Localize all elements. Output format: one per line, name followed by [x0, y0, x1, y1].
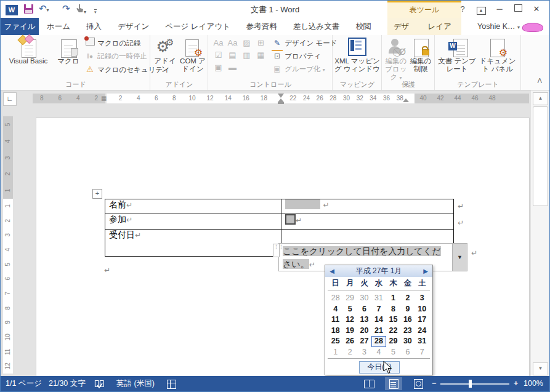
- record-macro-button[interactable]: マクロの記録: [84, 37, 140, 50]
- word-count-indicator[interactable]: 21/30 文字: [49, 376, 86, 391]
- ribbon-display-options-button[interactable]: ▲: [473, 3, 489, 15]
- cell-join-value[interactable]: ↵: [281, 214, 453, 230]
- dropdown-list-control-icon[interactable]: ▥: [240, 50, 254, 62]
- read-mode-button[interactable]: [360, 377, 378, 390]
- hruler-left-margin[interactable]: 8642: [33, 94, 105, 103]
- calendar-date[interactable]: 11: [328, 314, 342, 326]
- calendar-date[interactable]: 2: [400, 293, 415, 304]
- calendar-date[interactable]: 1: [328, 347, 342, 358]
- tab-file[interactable]: ファイル: [1, 18, 39, 35]
- document-template-button[interactable]: W 文書 テンプレート: [438, 36, 476, 73]
- cell-name-label[interactable]: 名前↵: [105, 199, 281, 214]
- vruler-text-area[interactable]: 123456789101112: [3, 199, 13, 374]
- group-button[interactable]: ▣ グループ化 ▾: [272, 63, 325, 76]
- design-mode-button[interactable]: ✎ デザイン モード: [272, 37, 338, 50]
- calendar-date[interactable]: 29: [386, 336, 400, 347]
- macros-button[interactable]: マクロ: [55, 36, 82, 65]
- ribbon-tab[interactable]: 参考資料: [238, 18, 285, 35]
- scrollbar-thumb[interactable]: [533, 106, 548, 206]
- properties-button[interactable]: ⊡ プロパティ: [272, 50, 321, 63]
- calendar-date[interactable]: 8: [386, 304, 400, 315]
- calendar-date[interactable]: 31: [371, 293, 386, 304]
- account-avatar[interactable]: [522, 23, 543, 32]
- calendar-date[interactable]: 7: [415, 347, 429, 358]
- calendar-date[interactable]: 7: [371, 304, 386, 315]
- proofing-status-icon[interactable]: [94, 379, 105, 392]
- zoom-level[interactable]: 100%: [524, 376, 543, 391]
- calendar-date[interactable]: 3: [415, 293, 429, 304]
- account-name[interactable]: Yoshie K… ▾: [477, 18, 520, 36]
- cell-date-label[interactable]: 受付日↵: [105, 230, 281, 257]
- calendar-date[interactable]: 30: [357, 293, 371, 304]
- macro-recording-icon[interactable]: [167, 379, 176, 392]
- page[interactable]: + 名前↵ ↵ 参加↵ ↵ 受付日↵ ↵ ↵ ↵ ↵: [36, 118, 530, 377]
- calendar-date[interactable]: 24: [415, 326, 429, 337]
- vertical-scrollbar[interactable]: ▲ ▼: [530, 90, 549, 377]
- calendar-date[interactable]: 5: [386, 347, 400, 358]
- calendar-date[interactable]: 27: [357, 336, 371, 347]
- visual-basic-button[interactable]: Visual Basic: [3, 36, 54, 65]
- vruler-top-margin[interactable]: 54321: [3, 116, 13, 199]
- addins-button[interactable]: ⚙⚙ アドイン: [152, 36, 178, 73]
- calendar-date[interactable]: 16: [400, 314, 415, 326]
- previous-month-button[interactable]: ◀: [326, 265, 338, 277]
- calendar-date[interactable]: 22: [386, 326, 400, 337]
- calendar-date[interactable]: 6: [400, 347, 415, 358]
- help-button[interactable]: ?: [455, 3, 471, 15]
- web-layout-button[interactable]: [410, 377, 427, 390]
- hruler-right-margin[interactable]: 4042444648: [415, 94, 529, 103]
- rich-text-control-icon[interactable]: Aa: [211, 38, 225, 50]
- block-authors-button[interactable]: ⃠Ø 編集の ブロック ▾: [384, 36, 408, 82]
- today-button[interactable]: 今日(T): [359, 361, 400, 374]
- picture-control-icon[interactable]: ▨: [240, 38, 254, 50]
- ribbon-tab[interactable]: ページ レイアウト: [157, 18, 238, 35]
- calendar-date[interactable]: 29: [342, 293, 357, 304]
- first-line-indent-marker[interactable]: [278, 94, 284, 98]
- calendar-date[interactable]: 26: [342, 336, 357, 347]
- maximize-button[interactable]: [510, 3, 526, 15]
- contextual-tab[interactable]: デザイン: [387, 18, 422, 35]
- calendar-date[interactable]: 9: [400, 304, 415, 315]
- ribbon-tab[interactable]: デザイン: [110, 18, 157, 35]
- calendar-date[interactable]: 12: [342, 314, 357, 326]
- table-move-handle[interactable]: +: [92, 189, 102, 199]
- plain-text-control-icon[interactable]: Aa: [225, 38, 240, 50]
- combo-box-control-icon[interactable]: ▤: [225, 50, 240, 62]
- calendar-date[interactable]: 18: [328, 326, 342, 337]
- hruler-text-area[interactable]: 24681012141618 222426283032343638: [107, 94, 415, 103]
- zoom-slider-track[interactable]: [440, 383, 509, 385]
- com-addins-button[interactable]: ⚙ COM アドイン: [179, 36, 206, 73]
- page-indicator[interactable]: 1/1 ページ: [6, 376, 42, 391]
- calendar-date[interactable]: 13: [357, 314, 371, 326]
- tab-stop-selector[interactable]: ∟: [3, 92, 17, 106]
- calendar-date[interactable]: 2: [342, 347, 357, 358]
- scroll-down-button[interactable]: ▼: [533, 362, 548, 375]
- calendar-date[interactable]: 25: [328, 336, 342, 347]
- ribbon-tab[interactable]: 校閲: [347, 18, 379, 35]
- pause-recording-button[interactable]: ‖● 記録の一時停止: [84, 50, 147, 63]
- calendar-date[interactable]: 20: [357, 326, 371, 337]
- text-content-control[interactable]: [285, 199, 320, 209]
- right-indent-marker[interactable]: [403, 98, 409, 102]
- document-panel-button[interactable]: ⚙ ドキュメント パネル: [477, 36, 518, 73]
- calendar-date[interactable]: 6: [357, 304, 371, 315]
- calendar-date[interactable]: 28: [371, 336, 386, 347]
- calendar-date[interactable]: 5: [342, 304, 357, 315]
- cell-join-label[interactable]: 参加↵: [105, 214, 281, 230]
- calendar-date[interactable]: 17: [415, 314, 429, 326]
- minimize-button[interactable]: ─: [491, 3, 508, 15]
- xml-mapping-pane-button[interactable]: XML マッピング ウィンドウ: [334, 36, 380, 73]
- calendar-date[interactable]: 28: [328, 293, 342, 304]
- ribbon-tab[interactable]: ホーム: [39, 18, 78, 35]
- building-block-gallery-control-icon[interactable]: ⊞: [254, 38, 268, 50]
- calendar-date[interactable]: 4: [328, 304, 342, 315]
- content-control-handle[interactable]: ⋮⋮: [273, 244, 280, 257]
- date-picker-dropdown-button[interactable]: ▼: [452, 244, 467, 271]
- calendar-date[interactable]: 4: [371, 347, 386, 358]
- legacy-tools-icon[interactable]: ▬: [225, 62, 240, 74]
- zoom-slider-thumb[interactable]: [469, 380, 472, 388]
- calendar-date[interactable]: 23: [400, 326, 415, 337]
- ribbon-tab[interactable]: 挿入: [78, 18, 110, 35]
- calendar-date[interactable]: 1: [386, 293, 400, 304]
- collapse-ribbon-button[interactable]: ᐱ: [537, 77, 542, 85]
